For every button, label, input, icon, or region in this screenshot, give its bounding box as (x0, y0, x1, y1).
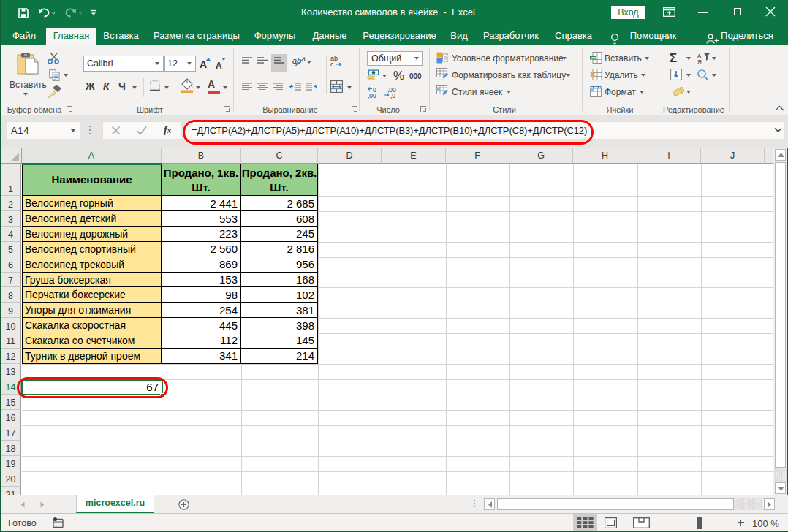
svg-text:Я: Я (697, 58, 702, 64)
svg-text:ab: ab (292, 56, 301, 65)
svg-text:,0: ,0 (390, 92, 395, 99)
svg-text:,00: ,00 (368, 92, 376, 99)
svg-text:c: c (330, 61, 334, 68)
